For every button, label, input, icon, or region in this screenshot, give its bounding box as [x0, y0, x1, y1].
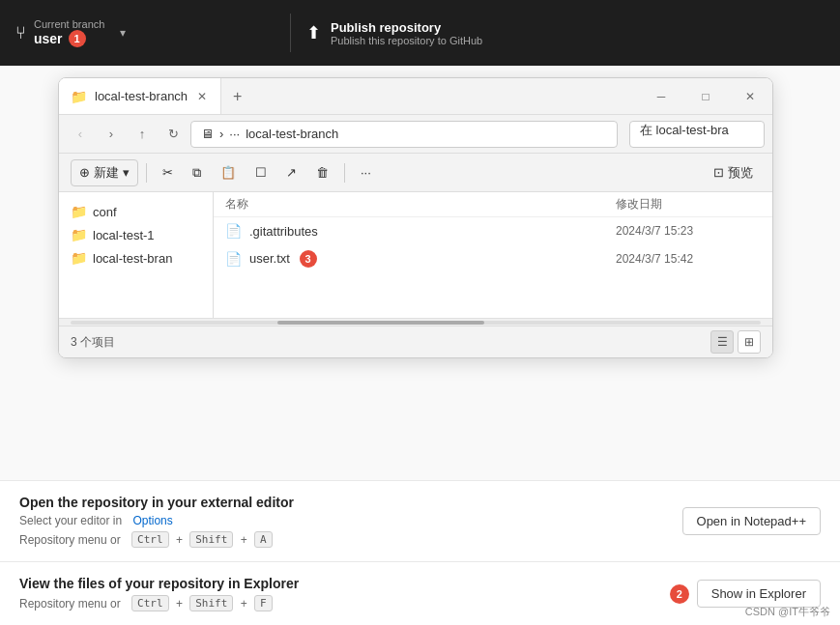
top-bar: ⑂ Current branch user 1 ▾ ⬆ Publish repo… [0, 0, 840, 66]
list-view-button[interactable]: ☰ [710, 330, 734, 354]
back-button[interactable]: ‹ [67, 121, 94, 148]
explorer-title: View the files of your repository in Exp… [19, 576, 299, 591]
tab-close-button[interactable]: ✕ [195, 88, 209, 105]
nav-bar: ‹ › ↑ ↻ 🖥 › ··· local-test-branch 在 loca… [59, 115, 772, 154]
sidebar-folder-name-conf: conf [93, 205, 117, 219]
grid-view-button[interactable]: ⊞ [738, 330, 761, 354]
open-in-editor-button[interactable]: Open in Notepad++ [682, 507, 821, 535]
editor-shortcut: Repository menu or Ctrl + Shift + A [19, 531, 294, 548]
header-name: 名称 [225, 196, 616, 213]
file-name-gitattributes: .gitattributes [249, 224, 616, 239]
file-icon-gitattributes: 📄 [225, 223, 242, 239]
copy-button[interactable]: ⧉ [185, 161, 209, 185]
branch-icon: ⑂ [15, 23, 26, 43]
file-date-gitattributes: 2024/3/7 15:23 [616, 224, 761, 238]
publish-info: Publish repository Publish this reposito… [331, 20, 482, 46]
folder-icon-lt1: 📁 [71, 227, 87, 242]
rename-button[interactable]: ☐ [247, 161, 275, 184]
branch-info: Current branch user 1 [34, 18, 104, 47]
branch-badge: 1 [69, 30, 86, 47]
nav-separator: › [219, 127, 223, 141]
editor-options-link[interactable]: Options [132, 514, 172, 527]
status-count: 3 个项目 [71, 334, 115, 351]
show-in-explorer-button[interactable]: Show in Explorer [697, 580, 821, 608]
file-icon-usertxt: 📄 [225, 251, 242, 267]
publish-title: Publish repository [331, 20, 482, 35]
divider [290, 14, 291, 52]
monitor-icon: 🖥 [201, 127, 214, 141]
explorer-window: 📁 local-test-branch ✕ + ─ □ ✕ ‹ › ↑ ↻ 🖥 … [58, 77, 773, 358]
nav-search[interactable]: 在 local-test-bra [629, 121, 765, 148]
window-titlebar: 📁 local-test-branch ✕ + ─ □ ✕ [59, 78, 772, 115]
branch-name: user 1 [34, 30, 104, 47]
file-list-header: 名称 修改日期 [214, 192, 772, 217]
header-date: 修改日期 [616, 196, 761, 213]
toolbar-separator-2 [344, 163, 345, 183]
usertxt-badge: 3 [300, 250, 317, 268]
explorer-button-group: 2 Show in Explorer [670, 580, 821, 608]
tab-add-button[interactable]: + [221, 88, 253, 105]
minimize-button[interactable]: ─ [639, 78, 683, 115]
explorer-badge: 2 [670, 584, 689, 604]
nav-more: ··· [229, 127, 240, 141]
file-name-usertxt: user.txt 3 [249, 250, 616, 268]
refresh-button[interactable]: ↻ [159, 121, 187, 148]
folder-icon: 📁 [71, 89, 87, 104]
window-controls: ─ □ ✕ [639, 78, 772, 115]
publish-subtitle: Publish this repository to GitHub [331, 35, 482, 46]
branch-label: Current branch [34, 18, 104, 30]
maximize-button[interactable]: □ [683, 78, 728, 115]
sidebar-folder-name-lt1: local-test-1 [93, 228, 155, 242]
nav-path-text: local-test-branch [246, 127, 338, 141]
toolbar-separator-1 [146, 163, 147, 183]
folder-icon-ltb: 📁 [71, 250, 87, 266]
explorer-action-left: View the files of your repository in Exp… [19, 576, 299, 611]
watermark: CSDN @IT牛爷爷 [745, 605, 830, 619]
file-date-usertxt: 2024/3/7 15:42 [616, 252, 761, 266]
sidebar-item-conf[interactable]: 📁 conf [59, 200, 213, 223]
file-row-usertxt[interactable]: 📄 user.txt 3 2024/3/7 15:42 [214, 244, 772, 273]
delete-button[interactable]: 🗑 [308, 161, 336, 184]
branch-section[interactable]: ⑂ Current branch user 1 ▾ [15, 18, 275, 47]
browser-body: 📁 conf 📁 local-test-1 📁 local-test-bran … [59, 192, 772, 318]
forward-button[interactable]: › [98, 121, 125, 148]
nav-path[interactable]: 🖥 › ··· local-test-branch [190, 121, 618, 148]
new-button[interactable]: ⊕ 新建 ▾ [71, 159, 138, 186]
editor-title: Open the repository in your external edi… [19, 495, 294, 510]
view-buttons: ☰ ⊞ [710, 330, 761, 354]
more-options-button[interactable]: ··· [353, 161, 379, 184]
chevron-down-icon: ▾ [120, 26, 126, 40]
preview-button[interactable]: ⊡ 预览 [706, 160, 761, 185]
shortcut-ctrl: Ctrl [131, 531, 169, 548]
sidebar-item-local-test-branch[interactable]: 📁 local-test-bran [59, 246, 213, 270]
scrollbar-area [59, 318, 772, 326]
close-button[interactable]: ✕ [728, 78, 772, 115]
explorer-shortcut: Repository menu or Ctrl + Shift + F [19, 595, 299, 611]
editor-action-section: Open the repository in your external edi… [0, 480, 840, 561]
main-pane: 名称 修改日期 📄 .gitattributes 2024/3/7 15:23 … [214, 192, 772, 318]
window-tab[interactable]: 📁 local-test-branch ✕ [59, 78, 221, 114]
publish-section[interactable]: ⬆ Publish repository Publish this reposi… [306, 20, 825, 46]
cut-button[interactable]: ✂ [155, 161, 181, 184]
toolbar: ⊕ 新建 ▾ ✂ ⧉ 📋 ☐ ↗ 🗑 ··· ⊡ 预览 [59, 154, 772, 192]
editor-hint: Select your editor in Options [19, 514, 294, 527]
up-button[interactable]: ↑ [129, 121, 156, 148]
file-row-gitattributes[interactable]: 📄 .gitattributes 2024/3/7 15:23 [214, 217, 772, 244]
shortcut-shift-exp: Shift [189, 595, 233, 611]
share-button[interactable]: ↗ [278, 161, 304, 184]
shortcut-shift: Shift [189, 531, 233, 548]
plus-icon: ⊕ [79, 165, 90, 180]
sidebar-folder-name-ltb: local-test-bran [93, 251, 172, 266]
sidebar-item-local-test-1[interactable]: 📁 local-test-1 [59, 223, 213, 246]
tab-title: local-test-branch [95, 89, 188, 103]
scrollbar-track [71, 321, 761, 325]
paste-button[interactable]: 📋 [213, 161, 244, 184]
shortcut-f: F [254, 595, 273, 611]
scrollbar-thumb[interactable] [277, 321, 484, 325]
publish-icon: ⬆ [306, 22, 321, 43]
folder-icon-conf: 📁 [71, 204, 87, 219]
shortcut-ctrl-exp: Ctrl [131, 595, 169, 611]
editor-action-left: Open the repository in your external edi… [19, 495, 294, 548]
main-content: 📁 local-test-branch ✕ + ─ □ ✕ ‹ › ↑ ↻ 🖥 … [0, 66, 840, 625]
shortcut-a: A [254, 531, 273, 548]
